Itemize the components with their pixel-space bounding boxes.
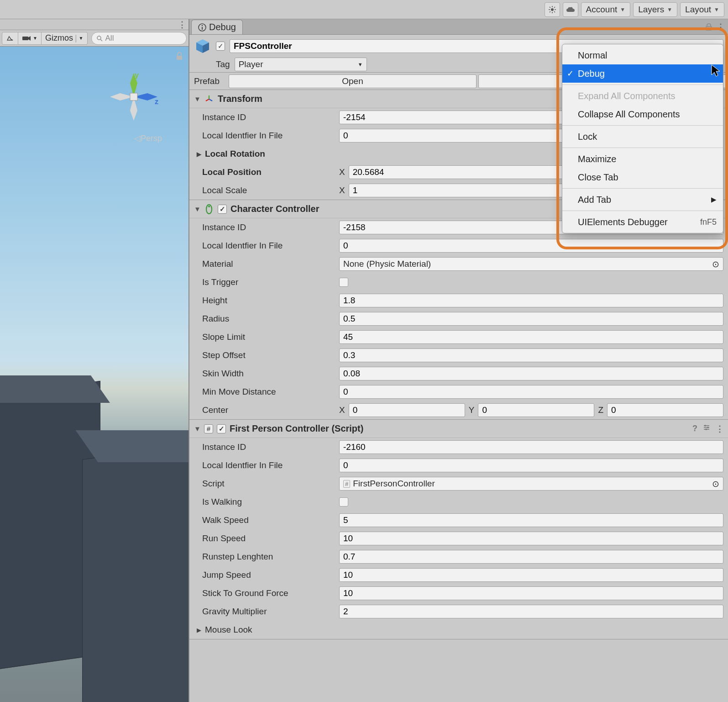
cc-skin-input[interactable] [339,367,723,380]
cc-material-field[interactable]: None (Physic Material)⊙ [339,257,723,271]
prop-label: Instance ID [202,112,335,122]
svg-rect-9 [22,37,28,40]
fpc-local-id-input[interactable] [339,459,723,472]
scene-more-icon[interactable]: ⋮ [178,20,186,30]
svg-line-29 [206,99,209,101]
cc-slope-input[interactable] [339,330,723,344]
cc-minmove-input[interactable] [339,385,723,399]
toolbar-layout-dropdown[interactable]: Layout▼ [680,2,724,17]
is-trigger-checkbox[interactable] [339,278,348,287]
svg-rect-18 [130,93,137,100]
svg-point-42 [707,427,709,428]
tag-dropdown[interactable]: Player ▼ [235,58,367,71]
svg-point-0 [551,8,554,11]
cc-radius-input[interactable] [339,312,723,326]
foldout-icon: ▼ [194,425,200,433]
orientation-gizmo[interactable]: y z [106,69,161,124]
svg-point-43 [705,428,707,430]
menu-item-normal[interactable]: Normal [562,46,723,64]
foldout-icon: ▼ [194,95,200,103]
toolbar-account-label: Account [586,5,618,15]
fpc-script-field[interactable]: #FirstPersonController ⊙ [339,477,723,491]
toolbar-account-dropdown[interactable]: Account▼ [581,2,631,17]
gravity-input[interactable] [339,605,723,618]
runstep-input[interactable] [339,550,723,564]
svg-rect-23 [706,26,712,30]
stick-force-input[interactable] [339,586,723,600]
prop-label: Local Scale [202,185,335,195]
scene-tabbar: ⋮ [0,19,189,30]
preset-icon[interactable] [703,424,710,431]
search-placeholder: All [105,34,114,43]
transform-icon [204,94,214,104]
component-fpc: ▼ # First Person Controller (Script) ? ⋮… [189,420,728,639]
run-speed-input[interactable] [339,532,723,545]
scene-tool-btn-2[interactable]: ▼ [18,32,42,45]
svg-point-31 [208,206,210,207]
toolbar-layout-label: Layout [685,5,711,15]
inspector-tabbar: Debug ⋮ [189,19,728,35]
walk-speed-input[interactable] [339,513,723,527]
scene-tool-btn-1[interactable] [2,32,18,45]
toolbar-cloud-icon[interactable] [563,2,578,17]
tag-label: Tag [216,59,230,69]
component-more-icon[interactable]: ⋮ [716,424,723,434]
cc-step-input[interactable] [339,348,723,362]
cc-local-id-input[interactable] [339,239,723,253]
svg-point-10 [97,36,101,40]
gameobject-icon [194,37,211,55]
submenu-arrow-icon: ▶ [711,195,717,204]
inspector-more-icon[interactable]: ⋮ [717,22,724,32]
center-x-input[interactable] [349,403,465,417]
inspector-tab-debug[interactable]: Debug [191,20,243,34]
fpc-title: First Person Controller (Script) [230,423,689,434]
svg-line-7 [550,11,550,12]
gameobject-active-checkbox[interactable] [216,42,225,51]
fpc-header[interactable]: ▼ # First Person Controller (Script) ? ⋮ [189,420,728,438]
help-icon[interactable]: ? [692,424,697,434]
menu-item-close-tab[interactable]: Close Tab [562,168,723,186]
menu-item-uielements-debugger[interactable]: UIElements DebuggerfnF5 [562,213,723,231]
foldout-icon: ▼ [194,205,200,213]
svg-point-41 [704,425,706,427]
toolbar-layers-dropdown[interactable]: Layers▼ [633,2,677,17]
info-icon [198,23,206,32]
center-z-input[interactable] [607,403,723,417]
object-picker-icon[interactable]: ⊙ [712,479,719,489]
inspector-context-menu: Normal ✓Debug Expand All Components Coll… [562,44,723,233]
scene-search-input[interactable]: All [91,32,187,45]
prefab-label: Prefab [194,76,229,86]
cc-height-input[interactable] [339,294,723,307]
viewport-lock-icon[interactable] [176,52,183,63]
top-toolbar: Account▼ Layers▼ Layout▼ [0,0,728,19]
prop-label: Local Position [202,167,335,177]
svg-text:z: z [155,98,158,106]
object-picker-icon[interactable]: ⊙ [712,259,719,269]
svg-line-28 [209,99,212,101]
lock-icon[interactable] [706,23,712,31]
scene-viewport[interactable]: y z ◁Persp [0,47,189,702]
jump-speed-input[interactable] [339,568,723,582]
toolbar-light-icon[interactable] [545,2,560,17]
svg-line-11 [100,39,102,41]
menu-item-add-tab[interactable]: Add Tab▶ [562,190,723,209]
svg-line-8 [554,7,555,8]
menu-item-expand-all: Expand All Components [562,87,723,105]
fpc-enable-checkbox[interactable] [217,424,226,433]
mouse-look-foldout[interactable]: ▶Mouse Look [189,621,728,639]
svg-rect-19 [177,56,182,60]
charctrl-enable-checkbox[interactable] [218,205,227,214]
fpc-instance-id-input[interactable] [339,440,723,454]
menu-item-collapse-all[interactable]: Collapse All Components [562,105,723,123]
svg-point-21 [202,25,203,26]
svg-line-6 [554,11,555,12]
gizmos-label: Gizmos [45,33,73,43]
menu-item-debug[interactable]: ✓Debug [562,64,723,83]
menu-item-maximize[interactable]: Maximize [562,150,723,168]
scene-gizmos-dropdown[interactable]: Gizmos | ▼ [42,32,88,45]
is-walking-checkbox[interactable] [339,497,348,507]
search-icon [96,35,103,42]
center-y-input[interactable] [478,403,594,417]
prefab-open-button[interactable]: Open [229,74,477,88]
menu-item-lock[interactable]: Lock [562,127,723,146]
